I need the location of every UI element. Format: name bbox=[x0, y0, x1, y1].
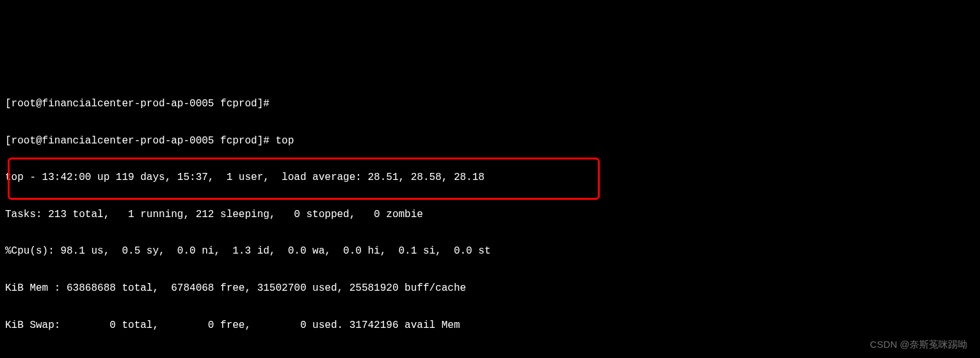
top-summary-line: top - 13:42:00 up 119 days, 15:37, 1 use… bbox=[5, 168, 975, 187]
top-mem-line: KiB Mem : 63868688 total, 6784068 free, … bbox=[5, 279, 975, 298]
blank-line bbox=[5, 353, 975, 358]
shell-command: [root@financialcenter-prod-ap-0005 fcpro… bbox=[5, 132, 975, 151]
top-cpu-line: %Cpu(s): 98.1 us, 0.5 sy, 0.0 ni, 1.3 id… bbox=[5, 242, 975, 261]
top-tasks-line: Tasks: 213 total, 1 running, 212 sleepin… bbox=[5, 206, 975, 224]
watermark-text: CSDN @奈斯菟咪踢呦 bbox=[870, 336, 967, 353]
shell-prompt: [root@financialcenter-prod-ap-0005 fcpro… bbox=[5, 95, 975, 113]
terminal-output[interactable]: [root@financialcenter-prod-ap-0005 fcpro… bbox=[0, 74, 980, 358]
top-swap-line: KiB Swap: 0 total, 0 free, 0 used. 31742… bbox=[5, 316, 975, 335]
